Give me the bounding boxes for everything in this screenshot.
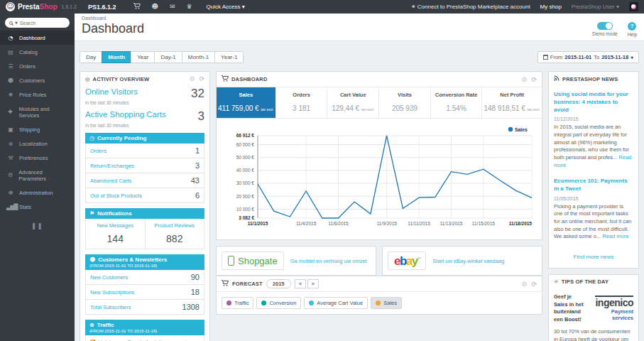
sidebar-item-price-rules[interactable]: ❖Price Rules <box>0 87 75 102</box>
customers-quick-icon[interactable]: ☻ <box>152 3 158 11</box>
notifications-header: ⚑Notifications <box>85 208 204 219</box>
abandoned-carts-link[interactable]: Abandoned Carts <box>90 178 131 184</box>
sidebar-item-orders[interactable]: ☰Orders <box>0 59 75 73</box>
refresh-icon[interactable]: ⟳ <box>531 76 537 83</box>
svg-text:11/4/2015: 11/4/2015 <box>296 221 317 226</box>
news-article-title[interactable]: Using social media for your business: 4 … <box>554 91 633 114</box>
legend-sales-button[interactable]: Sales <box>371 297 402 309</box>
product-reviews-cell[interactable]: Product Reviews 882 <box>145 219 204 249</box>
sidebar-item-stats[interactable]: ▃▆█Stats <box>0 200 75 214</box>
search-scope-caret-icon[interactable]: ▼ <box>15 21 18 25</box>
breadcrumb[interactable]: Dashboard <box>82 16 637 21</box>
legend-average-cart-value-button[interactable]: Average Cart Value <box>304 297 368 309</box>
ebay-link[interactable]: Start uw eBay-winkel vandaag <box>432 258 504 264</box>
sidebar-collapse-button[interactable]: ❚❚ <box>0 222 75 229</box>
sidebar-item-preferences[interactable]: ⚒Preferences <box>0 151 75 165</box>
help-label: Help <box>628 32 637 37</box>
range-month-1-button[interactable]: Month-1 <box>182 51 215 63</box>
help-icon[interactable]: ? <box>628 22 636 31</box>
sidebar-item-advanced-parameters[interactable]: ⚙Advanced Parameters <box>0 165 75 185</box>
dashboard-panel: DASHBOARD ⚙⟳ Sales 411 759,00 € tax excl… <box>216 71 542 240</box>
range-month-button[interactable]: Month <box>102 51 131 63</box>
new-subscriptions-link[interactable]: New Subscriptions <box>90 289 134 296</box>
news-article-title[interactable]: Ecommerce 101: Payments in a Tweet <box>554 178 633 193</box>
sidebar-item-modules[interactable]: ✚Modules and Services <box>0 102 75 122</box>
forecast-panel: FORECAST 2015 « » ⚙⟳ Traffic Conversion … <box>216 276 542 315</box>
user-menu[interactable]: PrestaShop User ▾ <box>572 4 619 10</box>
gear-icon[interactable]: ⚙ <box>521 281 527 288</box>
user-avatar[interactable] <box>629 2 638 11</box>
date-range-picker[interactable]: From2015-11-01 To2015-11-18 ▼ <box>537 51 639 63</box>
forecast-prev-button[interactable]: « <box>295 279 307 288</box>
trophy-icon[interactable]: ♛ <box>186 3 192 11</box>
sidebar-search[interactable]: ▼ <box>5 18 70 28</box>
sidebar-menu: ◔Dashboard ▤Catalog ☰Orders ☻Customers ❖… <box>0 31 75 214</box>
total-subscribers-link[interactable]: Total Subscribers <box>90 304 131 310</box>
kpi-visits[interactable]: Visits 205 939 <box>379 87 431 118</box>
cart-icon[interactable] <box>133 3 141 11</box>
shopgate-link[interactable]: Ga mobiel en verhoog uw omzet <box>290 258 367 264</box>
legend-traffic-button[interactable]: Traffic <box>222 297 253 309</box>
kpi-conversion-rate[interactable]: Conversion Rate 1.54% <box>431 87 483 118</box>
pending-orders-link[interactable]: Orders <box>90 148 107 154</box>
svg-text:3 082 €: 3 082 € <box>239 215 254 220</box>
new-messages-cell[interactable]: New Messages 144 <box>86 219 145 249</box>
clock-icon: ◷ <box>89 135 94 141</box>
out-of-stock-link[interactable]: Out of Stock Products <box>90 193 142 199</box>
topbar: ☺ PrestaShop 1.6.1.2 PS1.6.1.2 ☻ ✉ ♛ Qui… <box>0 0 644 13</box>
online-visitors-link[interactable]: Online Visitors <box>85 87 138 96</box>
kpi-net-profit[interactable]: Net Profit 148 918,51 € tax excl. <box>482 87 542 118</box>
traffic-dot-icon <box>227 301 231 305</box>
kpi-sales[interactable]: Sales 411 759,00 € tax excl. <box>217 87 276 118</box>
range-year-button[interactable]: Year <box>131 51 155 63</box>
table-row: Out of Stock Products6 <box>86 188 204 202</box>
sidebar-item-customers[interactable]: ☻Customers <box>0 73 75 87</box>
gear-icon[interactable]: ⚙ <box>521 76 527 83</box>
chevron-down-icon: ▼ <box>631 55 633 60</box>
sidebar-item-localization[interactable]: ⊕Localization <box>0 136 75 151</box>
localization-icon: ⊕ <box>6 141 14 147</box>
activity-overview-title: ACTIVITY OVERVIEW <box>93 76 150 82</box>
sidebar-item-catalog[interactable]: ▤Catalog <box>0 45 75 59</box>
forecast-next-button[interactable]: » <box>307 279 320 288</box>
active-carts-link[interactable]: Active Shopping Carts <box>85 110 166 119</box>
new-customers-link[interactable]: New Customers <box>90 274 128 281</box>
online-visitors-value: 32 <box>191 87 204 99</box>
range-day-button[interactable]: Day <box>80 51 102 63</box>
legend-conversion-button[interactable]: Conversion <box>256 297 301 309</box>
sidebar-item-administration[interactable]: ☸Administration <box>0 185 75 200</box>
my-shop-link[interactable]: My shop <box>540 4 562 10</box>
sales-dot-icon <box>376 301 381 305</box>
pending-returns-link[interactable]: Return/Exchanges <box>90 163 134 169</box>
kpi-cart-value[interactable]: Cart Value 129,44 € tax excl. <box>327 87 379 118</box>
refresh-icon[interactable]: ⟳ <box>199 75 204 82</box>
marketplace-connect-link[interactable]: ⚭ Connect to PrestaShop Marketplace acco… <box>411 4 530 10</box>
range-year-1-button[interactable]: Year-1 <box>214 51 244 63</box>
svg-text:10 000 €: 10 000 € <box>236 207 255 212</box>
svg-text:11/18/2015: 11/18/2015 <box>509 221 533 226</box>
sidebar: ▼ ◔Dashboard ▤Catalog ☰Orders ☻Customers… <box>0 13 75 341</box>
find-more-news-link[interactable]: Find more news <box>554 249 633 266</box>
google-analytics-link[interactable]: Link to your Google Analytics account <box>85 335 204 341</box>
average-cart-value-dot-icon <box>309 301 314 305</box>
refresh-icon[interactable]: ⟳ <box>531 281 537 288</box>
quick-access-menu[interactable]: Quick Access ▾ <box>207 4 245 10</box>
demo-mode-control: Demo mode <box>592 22 617 37</box>
sidebar-item-dashboard[interactable]: ◔Dashboard <box>0 31 75 45</box>
prestashop-logo[interactable]: ☺ PrestaShop 1.6.1.2 <box>6 2 77 11</box>
table-row: New Subscriptions18 <box>86 285 204 300</box>
main-area: Dashboard Dashboard Demo mode ? Help Day… <box>75 13 644 341</box>
range-day-1-button[interactable]: Day-1 <box>154 51 182 63</box>
tips-body-text: 30 tot 70% van de consumenten in Europa … <box>554 328 633 341</box>
search-input[interactable] <box>20 21 57 26</box>
catalog-icon: ▤ <box>6 49 14 55</box>
sidebar-item-shipping[interactable]: ▣Shipping <box>0 122 75 136</box>
read-more-link[interactable]: Read more <box>602 233 628 239</box>
messages-icon[interactable]: ✉ <box>170 3 175 11</box>
bell-icon: ⚑ <box>89 210 94 217</box>
demo-mode-toggle[interactable] <box>597 22 613 30</box>
gear-icon[interactable]: ⚙ <box>189 75 195 82</box>
ingenico-logo: ingenico Payment services <box>589 293 633 323</box>
ebay-logo: ebay™ <box>388 251 426 270</box>
kpi-orders[interactable]: Orders 3 181 <box>276 87 328 118</box>
